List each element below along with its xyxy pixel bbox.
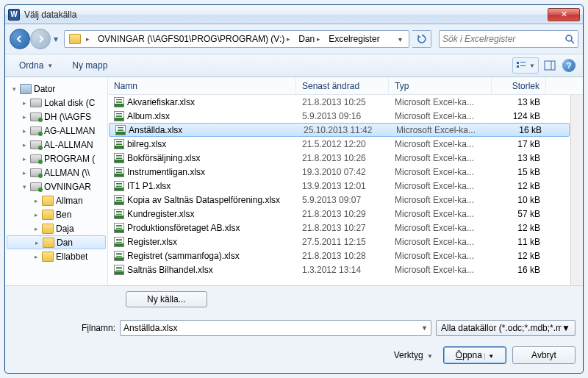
tree-item-0[interactable]: ▾Dator	[5, 82, 107, 96]
breadcrumb-bar[interactable]: ▸ OVNINGAR (\\AGFS01\PROG\PROGRAM) (V:)▸…	[64, 30, 409, 48]
tree-item-9[interactable]: ▸Ben	[5, 207, 107, 221]
preview-pane-button[interactable]	[542, 57, 558, 74]
file-row[interactable]: Kundregister.xlsx21.8.2013 10:29Microsof…	[108, 207, 570, 221]
tree-item-label: Lokal disk (C	[44, 98, 95, 108]
file-row[interactable]: Register.xlsx27.5.2011 12:15Microsoft Ex…	[108, 235, 570, 249]
expand-icon[interactable]: ▸	[33, 197, 40, 204]
file-row[interactable]: IT1 P1.xlsx13.9.2013 12:01Microsoft Exce…	[108, 179, 570, 193]
cancel-button[interactable]: Avbryt	[512, 346, 576, 364]
file-row[interactable]: Produktionsföretaget AB.xlsx21.8.2013 10…	[108, 221, 570, 235]
file-row[interactable]: Bokförsäljning.xlsx21.8.2013 10:26Micros…	[108, 151, 570, 165]
expand-icon[interactable]: ▸	[21, 127, 28, 134]
file-size: 12 kB	[492, 223, 546, 233]
column-headers: Namn Senast ändrad Typ Storlek	[108, 77, 583, 95]
tools-menu[interactable]: Verktyg ▼	[394, 350, 433, 360]
expand-icon[interactable]: ▸	[21, 141, 28, 148]
file-list[interactable]: Akvariefiskar.xlsx21.8.2013 10:25Microso…	[108, 95, 570, 285]
help-button[interactable]: ?	[561, 57, 577, 74]
expand-icon[interactable]: ▸	[33, 211, 40, 218]
new-folder-button[interactable]: Ny mapp	[64, 57, 115, 74]
search-box[interactable]	[439, 30, 578, 48]
file-size: 57 kB	[492, 209, 546, 219]
filetype-combobox[interactable]: Alla datakällor (*.odc;*.mdb;*.m ▼	[436, 320, 576, 336]
tree-item-5[interactable]: ▸PROGRAM (	[5, 151, 107, 165]
tree-item-1[interactable]: ▸Lokal disk (C	[5, 96, 107, 110]
file-size: 10 kB	[492, 195, 546, 205]
nav-tree[interactable]: ▾Dator▸Lokal disk (C▸DH (\\AGFS▸AG-ALLMA…	[5, 77, 108, 285]
breadcrumb-item-2[interactable]: Excelregister	[326, 31, 382, 47]
titlebar[interactable]: W Välj datakälla ✕	[5, 5, 583, 24]
expand-icon[interactable]: ▾	[21, 183, 28, 190]
word-app-icon: W	[8, 9, 20, 21]
expand-icon[interactable]: ▸	[21, 113, 28, 120]
xlsx-icon	[114, 111, 124, 121]
folder-icon	[42, 252, 54, 262]
tree-item-4[interactable]: ▸AL-ALLMAN	[5, 138, 107, 151]
file-type: Microsoft Excel-ka...	[389, 195, 492, 205]
file-date: 1.3.2012 13:14	[296, 265, 389, 275]
file-row[interactable]: bilreg.xlsx21.5.2012 12:20Microsoft Exce…	[108, 137, 570, 151]
filename-combobox[interactable]: Anställda.xlsx ▼	[120, 320, 431, 336]
file-type: Microsoft Excel-ka...	[389, 223, 492, 233]
breadcrumb-root[interactable]: ▸	[66, 31, 95, 47]
close-button[interactable]: ✕	[548, 8, 580, 21]
drive-icon	[30, 99, 42, 107]
expand-icon[interactable]: ▸	[33, 253, 40, 260]
file-row[interactable]: Akvariefiskar.xlsx21.8.2013 10:25Microso…	[108, 95, 570, 109]
tree-item-8[interactable]: ▸Allman	[5, 193, 107, 207]
file-row[interactable]: Kopia av Saltnäs Dataspelförening.xlsx5.…	[108, 193, 570, 207]
xlsx-icon	[114, 181, 124, 191]
expand-icon[interactable]: ▸	[33, 225, 40, 232]
tree-item-7[interactable]: ▾OVNINGAR	[5, 179, 107, 193]
file-row[interactable]: Registret (sammanfoga).xlsx21.8.2013 10:…	[108, 249, 570, 263]
file-date: 19.3.2010 07:42	[296, 167, 389, 177]
svg-rect-6	[545, 61, 555, 70]
file-date: 5.9.2013 09:16	[296, 111, 389, 121]
open-button[interactable]: Öppna ▼	[443, 346, 506, 364]
scrollbar[interactable]	[570, 95, 583, 285]
file-type: Microsoft Excel-ka...	[389, 111, 492, 121]
xlsx-icon	[114, 209, 124, 219]
file-type: Microsoft Excel-ka...	[389, 209, 492, 219]
filename-label: Filnamn:	[82, 323, 115, 333]
file-row[interactable]: Album.xlsx5.9.2013 09:16Microsoft Excel-…	[108, 109, 570, 123]
tree-item-6[interactable]: ▸ALLMAN (\\	[5, 165, 107, 179]
file-row[interactable]: Anställda.xlsx25.10.2013 11:42Microsoft …	[109, 123, 570, 137]
expand-icon[interactable]: ▸	[34, 239, 40, 246]
nav-buttons: ▾	[10, 29, 61, 49]
tree-item-2[interactable]: ▸DH (\\AGFS	[5, 110, 107, 124]
expand-icon[interactable]: ▸	[21, 99, 28, 106]
breadcrumb-item-0[interactable]: OVNINGAR (\\AGFS01\PROG\PROGRAM) (V:)▸	[95, 31, 295, 47]
file-size: 13 kB	[492, 97, 546, 107]
tree-item-11[interactable]: ▸Dan	[7, 235, 106, 249]
col-size[interactable]: Storlek	[492, 77, 546, 94]
organize-button[interactable]: Ordna▼	[11, 57, 61, 74]
expand-icon[interactable]: ▾	[11, 85, 18, 92]
file-size: 12 kB	[492, 181, 546, 191]
expand-icon[interactable]: ▸	[21, 155, 28, 162]
search-input[interactable]	[442, 34, 564, 44]
expand-icon[interactable]: ▸	[21, 169, 28, 176]
file-row[interactable]: Instrumentligan.xlsx19.3.2010 07:42Micro…	[108, 165, 570, 179]
tree-item-label: Dan	[57, 238, 73, 248]
back-button[interactable]	[10, 29, 30, 49]
file-date: 21.8.2013 10:26	[296, 153, 389, 163]
new-source-button[interactable]: Ny källa...	[126, 291, 207, 307]
col-type[interactable]: Typ	[389, 77, 492, 94]
net-drive-icon	[30, 154, 42, 163]
nav-row: ▾ ▸ OVNINGAR (\\AGFS01\PROG\PROGRAM) (V:…	[5, 24, 583, 54]
file-name: Bokförsäljning.xlsx	[127, 153, 200, 163]
net-drive-icon	[30, 140, 42, 149]
refresh-button[interactable]	[412, 30, 431, 48]
breadcrumb-item-1[interactable]: Dan▸	[295, 31, 326, 47]
tree-item-10[interactable]: ▸Daja	[5, 221, 107, 235]
forward-button[interactable]	[30, 29, 51, 49]
file-row[interactable]: Saltnäs Bilhandel.xlsx1.3.2012 13:14Micr…	[108, 263, 570, 277]
breadcrumb-dropdown[interactable]: ▾	[393, 31, 407, 47]
nav-history-dropdown[interactable]: ▾	[51, 32, 61, 46]
tree-item-12[interactable]: ▸Ellabbet	[5, 249, 107, 263]
col-date[interactable]: Senast ändrad	[296, 77, 389, 94]
tree-item-3[interactable]: ▸AG-ALLMAN	[5, 124, 107, 138]
col-name[interactable]: Namn	[108, 77, 296, 94]
view-mode-button[interactable]: ▼	[512, 57, 539, 74]
